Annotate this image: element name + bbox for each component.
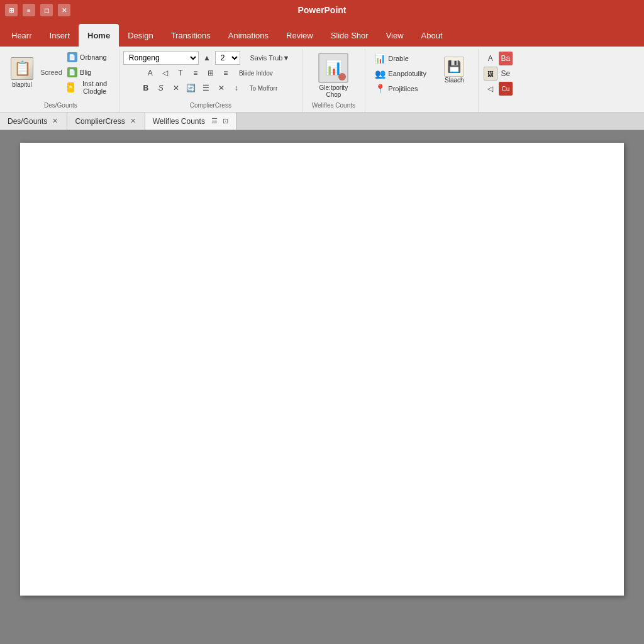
- app-icon-1: ⊞: [5, 4, 18, 16]
- screed-label: Screed: [38, 50, 65, 94]
- right-controls-area: 📊 Drable 👥 Eanpdotulity 📍 Projitiices 💾 …: [371, 50, 472, 97]
- font-name-dropdown[interactable]: Rongeng: [123, 51, 199, 65]
- font-row-3: B S ✕ 🔄 ☰ ✕ ↕ To Mofforr: [139, 81, 282, 95]
- slaach-group: 💾 Slaach: [438, 52, 470, 88]
- font-A-btn[interactable]: A: [143, 66, 157, 80]
- far-right-row2: 🖼 Se: [484, 67, 513, 80]
- ribbon-tabs: Hearr Insert Home Design Transitions Ani…: [0, 20, 644, 47]
- eanpdotulity-button[interactable]: 👥 Eanpdotulity: [372, 67, 435, 80]
- far-right-row3: ◁ Cu: [484, 82, 513, 96]
- font-group-label: ComplierCress: [190, 101, 231, 111]
- app-title: PowerPoint: [297, 5, 346, 15]
- clipboard-group: 📋 blapitul Screed 📄 Orbnang 📄 Blig 🖱 Ins: [3, 49, 119, 112]
- inst-clodgle-button[interactable]: 🖱 Inst and Clodgle: [65, 80, 115, 94]
- cross-btn[interactable]: ✕: [169, 81, 183, 95]
- doc-tab-0[interactable]: Des/Gounts ✕: [0, 113, 67, 130]
- bold-btn[interactable]: B: [139, 81, 153, 95]
- far-right-Se-btn[interactable]: Se: [499, 67, 513, 80]
- tab-transitions[interactable]: Transitions: [162, 24, 219, 47]
- far-right-Ba-btn[interactable]: Ba: [499, 52, 513, 65]
- title-bar-icons: ⊞ ≡ ◻ ✕: [5, 4, 70, 16]
- app-icon-3: ◻: [40, 4, 53, 16]
- chop-button[interactable]: 📊 Gle:tpority Chop: [316, 50, 351, 101]
- tab-pin-icon: ☰: [211, 117, 218, 125]
- doc-tab-1[interactable]: ComplierCress ✕: [67, 113, 145, 130]
- app-icon-4: ✕: [58, 4, 70, 16]
- font-prev-btn[interactable]: ◁: [158, 66, 172, 80]
- font-size-dropdown[interactable]: 2: [215, 51, 240, 65]
- mofforr-btn[interactable]: To Mofforr: [245, 81, 282, 95]
- chop-label2: Chop: [326, 91, 341, 98]
- ribbon: 📋 blapitul Screed 📄 Orbnang 📄 Blig 🖱 Ins: [0, 47, 644, 113]
- para-btn[interactable]: ☰: [199, 81, 213, 95]
- list-btn[interactable]: ≡: [219, 66, 233, 80]
- font-T-btn[interactable]: T: [174, 66, 187, 80]
- doc-tab-2[interactable]: Welifles Counts ☰ ⊡: [145, 113, 236, 130]
- close-tab-1[interactable]: ✕: [129, 117, 137, 125]
- tab-about[interactable]: About: [413, 24, 452, 47]
- tab-design[interactable]: Design: [119, 24, 162, 47]
- paste-button[interactable]: 📋 blapitul: [6, 50, 38, 94]
- clipboard-small-buttons: 📄 Orbnang 📄 Blig 🖱 Inst and Clodgle: [65, 50, 115, 94]
- blig-button[interactable]: 📄 Blig: [65, 65, 115, 79]
- right-items-col: 📊 Drable 👥 Eanpdotulity 📍 Projitiices: [372, 52, 435, 96]
- font-group: Rongeng ▲ 2 Savis Trub ▼ A ◁ T ≡ ⊞ ≡ Bli…: [119, 49, 303, 112]
- slides-group-label: Welifles Counts: [312, 101, 355, 111]
- slides-group: 📊 Gle:tpority Chop Welifles Counts: [303, 49, 365, 112]
- font-grow-icon[interactable]: ▲: [200, 51, 214, 65]
- close-tab-0[interactable]: ✕: [51, 117, 59, 125]
- tab-slideshow[interactable]: Slide Shor: [322, 24, 377, 47]
- far-right-row1: A Ba: [484, 52, 513, 65]
- clipboard-group-label: Des/Gounts: [44, 101, 77, 111]
- far-right-left-btn[interactable]: ◁: [484, 82, 497, 96]
- far-right-img-icon: 🖼: [484, 67, 497, 80]
- slaach-button[interactable]: 💾 Slaach: [438, 52, 470, 88]
- far-right-red-icon: Cu: [499, 82, 513, 96]
- doc-tabs: Des/Gounts ✕ ComplierCress ✕ Welifles Co…: [0, 113, 644, 130]
- font-row-2: A ◁ T ≡ ⊞ ≡ Bliide Inldov: [143, 66, 278, 80]
- inst-icon: 🖱: [67, 82, 74, 92]
- far-right-group: A Ba 🖼 Se ◁ Cu: [479, 49, 518, 112]
- blig-icon: 📄: [67, 67, 77, 77]
- paste-icon: 📋: [11, 57, 33, 80]
- slide-canvas[interactable]: [20, 143, 624, 596]
- tab-view[interactable]: View: [377, 24, 413, 47]
- clear-btn[interactable]: ✕: [214, 81, 228, 95]
- slaach-icon: 💾: [444, 57, 464, 77]
- paste-label: blapitul: [12, 81, 32, 88]
- tab-animations[interactable]: Animations: [219, 24, 277, 47]
- updown-btn[interactable]: ↕: [230, 81, 243, 95]
- grid-btn[interactable]: ⊞: [204, 66, 218, 80]
- font-row-1: Rongeng ▲ 2 Savis Trub ▼: [123, 51, 298, 65]
- user-dropdown-btn[interactable]: Savis Trub ▼: [242, 51, 298, 65]
- right-controls-group: 📊 Drable 👥 Eanpdotulity 📍 Projitiices 💾 …: [365, 49, 479, 112]
- tab-hearr[interactable]: Hearr: [3, 24, 41, 47]
- app-icon-2: ≡: [23, 4, 35, 16]
- tab-home[interactable]: Home: [79, 24, 119, 47]
- orbnang-icon: 📄: [67, 52, 77, 62]
- chop-label1: Gle:tpority: [319, 84, 348, 91]
- drable-button[interactable]: 📊 Drable: [372, 52, 435, 65]
- rotate-btn[interactable]: 🔄: [184, 81, 198, 95]
- main-content: [0, 130, 644, 644]
- far-right-items: A Ba 🖼 Se ◁ Cu: [482, 50, 514, 97]
- tab-maximize-icon: ⊡: [223, 117, 228, 125]
- orbnang-button[interactable]: 📄 Orbnang: [65, 50, 115, 64]
- italic-btn[interactable]: S: [154, 81, 168, 95]
- chop-icon: 📊: [318, 53, 348, 83]
- tab-insert[interactable]: Insert: [41, 24, 79, 47]
- far-right-A-btn[interactable]: A: [484, 52, 497, 65]
- projitiices-button[interactable]: 📍 Projitiices: [372, 82, 435, 96]
- title-bar: ⊞ ≡ ◻ ✕ PowerPoint: [0, 0, 644, 20]
- clipboard-area: 📋 blapitul Screed 📄 Orbnang 📄 Blig 🖱 Ins: [6, 50, 115, 94]
- align-btn[interactable]: ≡: [189, 66, 203, 80]
- tab-review[interactable]: Review: [277, 24, 322, 47]
- bliide-btn[interactable]: Bliide Inldov: [234, 66, 278, 80]
